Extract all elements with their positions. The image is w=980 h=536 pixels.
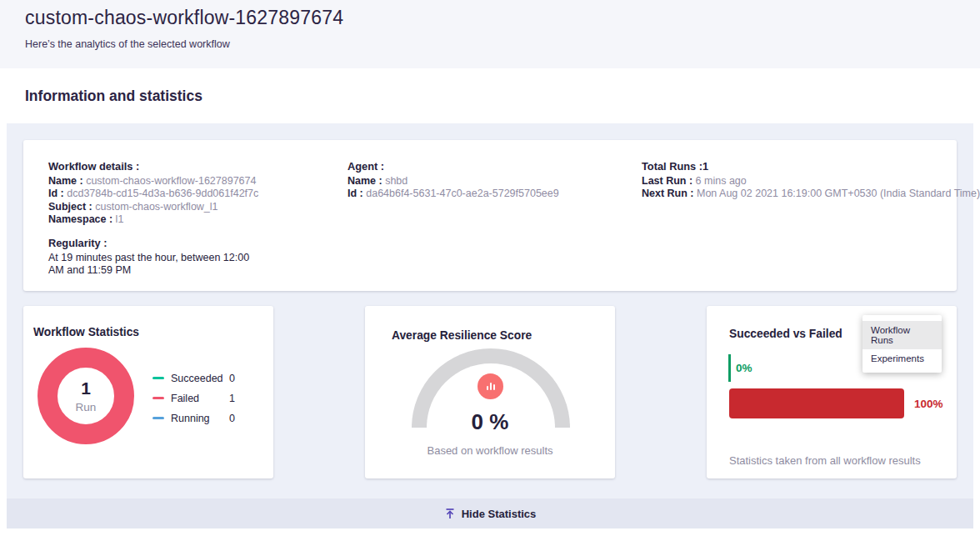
dropdown-item-experiments[interactable]: Experiments: [862, 349, 942, 368]
succeeded-percentage: 0%: [736, 362, 752, 374]
failed-dash-icon: [152, 397, 164, 399]
detail-row: Id : dcd3784b-cd15-4d3a-b636-9dd061f42f7…: [48, 188, 348, 200]
filter-dropdown-menu: Workflow Runs Experiments: [862, 315, 942, 373]
legend-item-succeeded: Succeeded 0: [152, 373, 235, 383]
hide-statistics-label: Hide Statistics: [462, 508, 537, 520]
stat-cards-row: Workflow Statistics 1 Run Succeeded 0 Fa…: [23, 306, 957, 478]
detail-row: Name : shbd: [348, 175, 642, 188]
legend-item-running: Running 0: [152, 413, 235, 423]
detail-row: Next Run : Mon Aug 02 2021 16:19:00 GMT+…: [642, 188, 980, 200]
collapse-up-icon: [444, 508, 456, 519]
page-header: custom-chaos-workflow-1627897674 Here’s …: [0, 0, 980, 68]
detail-row: Subject : custom-chaos-workflow_l1: [48, 201, 348, 213]
regularity-text: At 19 minutes past the hour, between 12:…: [48, 252, 263, 278]
detail-row: Id : da64b6f4-5631-47c0-ae2a-5729f5705ee…: [348, 188, 642, 200]
succeeded-dash-icon: [152, 377, 164, 379]
workflow-details-heading: Workflow details :: [48, 160, 348, 173]
runs-donut-chart: 1 Run: [38, 348, 134, 444]
resilience-score-value: 0 %: [365, 409, 615, 435]
runs-column: Total Runs :1 Last Run : 6 mins ago Next…: [642, 160, 980, 278]
succeeded-vs-failed-note: Statistics taken from all workflow resul…: [729, 454, 921, 467]
donut-legend: Succeeded 0 Failed 1 Running 0: [152, 373, 235, 433]
workflow-details-card: Workflow details : Name : custom-chaos-w…: [23, 140, 957, 291]
bar-chart-icon: [478, 373, 503, 399]
regularity-block: Regularity : At 19 minutes past the hour…: [48, 237, 348, 278]
donut-run-label: Run: [76, 401, 97, 413]
total-runs-heading: Total Runs :1: [642, 160, 980, 173]
workflow-statistics-title: Workflow Statistics: [33, 326, 139, 338]
section-title: Information and statistics: [25, 88, 202, 105]
stats-section: Workflow details : Name : custom-chaos-w…: [7, 123, 973, 498]
regularity-heading: Regularity :: [48, 237, 348, 249]
succeeded-bar: [728, 354, 731, 382]
workflow-statistics-card: Workflow Statistics 1 Run Succeeded 0 Fa…: [23, 306, 273, 478]
page-subtitle: Here’s the analytics of the selected wor…: [25, 38, 955, 50]
succeeded-vs-failed-card: Succeeded vs Failed 0% 100% Statistics t…: [707, 306, 957, 478]
page-title: custom-chaos-workflow-1627897674: [25, 7, 955, 29]
agent-heading: Agent :: [348, 160, 642, 173]
failed-bar: [729, 388, 904, 418]
agent-column: Agent : Name : shbd Id : da64b6f4-5631-4…: [348, 160, 642, 278]
hide-statistics-button[interactable]: Hide Statistics: [7, 498, 973, 528]
running-dash-icon: [152, 417, 164, 419]
succeeded-bar-row: 0%: [728, 354, 752, 382]
resilience-score-title: Average Resilience Score: [392, 329, 532, 342]
donut-run-count: 1: [81, 378, 91, 398]
resilience-score-note: Based on workflow results: [365, 444, 615, 457]
dropdown-item-workflow-runs[interactable]: Workflow Runs: [862, 321, 942, 349]
detail-row: Last Run : 6 mins ago: [642, 175, 980, 188]
detail-row: Name : custom-chaos-workflow-1627897674: [48, 175, 348, 188]
detail-row: Namespace : l1: [48, 213, 348, 226]
legend-item-failed: Failed 1: [152, 393, 235, 403]
section-band: Information and statistics: [0, 68, 980, 123]
resilience-score-card: Average Resilience Score 0 % Based on wo…: [365, 306, 615, 478]
workflow-details-column: Workflow details : Name : custom-chaos-w…: [48, 160, 348, 278]
failed-bar-row: 100%: [729, 388, 943, 418]
failed-percentage: 100%: [914, 398, 943, 410]
succeeded-vs-failed-title: Succeeded vs Failed: [729, 328, 842, 340]
